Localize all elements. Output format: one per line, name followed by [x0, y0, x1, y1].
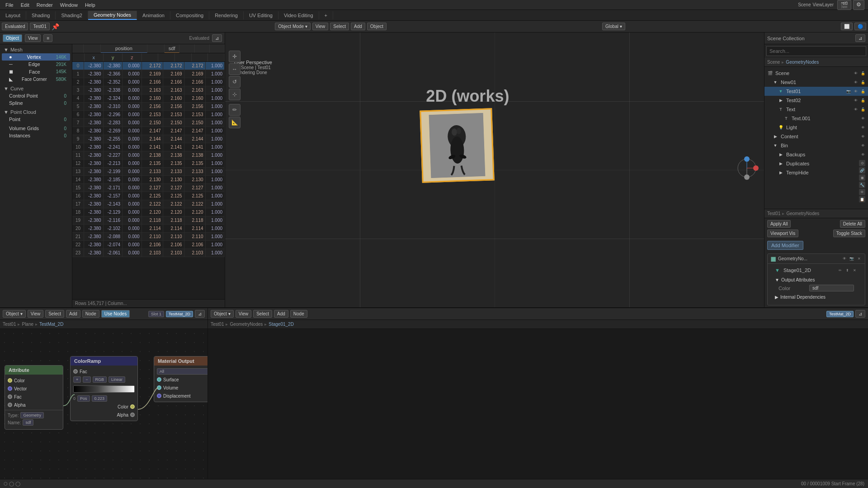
node-add-btn[interactable]: Add: [66, 310, 80, 318]
node-canvas-material[interactable]: Attribute Color Vector Fac: [0, 329, 208, 479]
tab-compositing[interactable]: Compositing: [170, 11, 209, 19]
tree-item-text[interactable]: T Text 👁 🔓: [764, 105, 868, 114]
sidebar-item-point[interactable]: Point 0: [2, 116, 70, 123]
table-row[interactable]: 4 -2.380 -2.324 0.000 2.160 2.160 2.160 …: [72, 94, 225, 103]
rn-select-btn[interactable]: Select: [253, 310, 272, 318]
tree-item-duplicates[interactable]: ▶ Duplicates 👁: [764, 159, 868, 168]
tree-item-test01[interactable]: ▼ Test01 📷 👁 🔓: [764, 87, 868, 96]
material-chip[interactable]: TestMat_2D: [166, 311, 193, 317]
tab-animation[interactable]: Animation: [137, 11, 170, 19]
rn-material-chip[interactable]: TestMat_2D: [826, 311, 854, 317]
toolbar-dropdown-mode[interactable]: Evaluated: [2, 23, 28, 30]
table-row[interactable]: 3 -2.380 -2.338 0.000 2.163 2.163 2.163 …: [72, 86, 225, 94]
scene-restrict-btn[interactable]: 🔓: [860, 70, 866, 76]
tree-item-bin[interactable]: ▼ Bin 👁: [764, 141, 868, 150]
tool-move[interactable]: ↔: [229, 63, 241, 75]
table-row[interactable]: 10 -2.380 -2.241 0.000 2.141 2.141 2.141…: [72, 143, 225, 151]
tab-uv-editing[interactable]: UV Editing: [244, 11, 278, 19]
table-row[interactable]: 13 -2.380 -2.199 0.000 2.133 2.133 2.133…: [72, 168, 225, 176]
modifier-visibility-btn[interactable]: 👁: [841, 256, 848, 262]
test01-cam-btn[interactable]: 📷: [845, 88, 852, 94]
table-row[interactable]: 21 -2.380 -2.088 0.000 2.110 2.110 2.110…: [72, 233, 225, 241]
node-attribute[interactable]: Attribute Color Vector Fac: [5, 365, 63, 430]
node-material-output[interactable]: Material Output All Surface Volume: [154, 356, 208, 402]
spreadsheet-body[interactable]: 0 -2.380 -2.380 0.000 2.172 2.172 2.172 …: [72, 62, 225, 299]
table-row[interactable]: 11 -2.380 -2.227 0.000 2.138 2.138 2.138…: [72, 151, 225, 160]
sidebar-item-instances[interactable]: Instances 0: [2, 132, 70, 139]
new01-visibility-btn[interactable]: 👁: [853, 79, 859, 85]
toolbar-viewport-shading[interactable]: ⬜: [841, 23, 853, 30]
tool-cursor[interactable]: ✛: [229, 51, 241, 62]
node-filter-btn[interactable]: ⊿: [195, 310, 205, 318]
icon-bar-btn-1[interactable]: ⚙: [859, 160, 865, 166]
table-row[interactable]: 17 -2.380 -2.143 0.000 2.122 2.122 2.122…: [72, 200, 225, 208]
tree-item-scene[interactable]: 🎬 Scene 👁 🔓: [764, 69, 868, 78]
color-ramp-gradient-bar[interactable]: [73, 385, 135, 393]
menu-render[interactable]: Render: [33, 1, 57, 9]
table-row[interactable]: 8 -2.380 -2.269 0.000 2.147 2.147 2.147 …: [72, 127, 225, 135]
test01-visibility-btn[interactable]: 👁: [853, 88, 859, 94]
internal-dependencies-header[interactable]: ▶ Internal Dependencies: [775, 293, 858, 301]
tool-annotate[interactable]: ✏: [229, 104, 241, 116]
sidebar-item-spline[interactable]: Spline 0: [2, 99, 70, 107]
spreadsheet-view-btn[interactable]: View: [25, 34, 41, 42]
sidebar-item-vertex[interactable]: ● Vertex 146K: [2, 53, 70, 61]
table-row[interactable]: 19 -2.380 -2.116 0.000 2.118 2.118 2.118…: [72, 216, 225, 225]
outliner-filter-btn[interactable]: ⊿: [855, 34, 865, 42]
table-row[interactable]: 5 -2.380 -2.310 0.000 2.156 2.156 2.156 …: [72, 103, 225, 111]
tree-item-temphide[interactable]: ▶ TempHide 👁: [764, 168, 868, 177]
bin-visibility-btn[interactable]: 👁: [860, 142, 866, 149]
tree-item-light[interactable]: 💡 Light 👁: [764, 123, 868, 132]
toolbar-rendered-shading[interactable]: 🔵: [854, 23, 866, 30]
sidebar-item-edge[interactable]: ─ Edge 291K: [2, 61, 70, 68]
slot-chip[interactable]: Slot 1: [148, 311, 164, 317]
pin-icon[interactable]: 📌: [52, 23, 59, 30]
test01-restrict-btn[interactable]: 🔓: [860, 88, 866, 94]
viewport-vis-btn[interactable]: Viewport Vis: [767, 230, 798, 237]
outliner-search-input[interactable]: [766, 46, 866, 56]
tab-add[interactable]: +: [319, 11, 333, 19]
icon-bar-btn-6[interactable]: 📋: [859, 196, 865, 202]
menu-edit[interactable]: Edit: [17, 1, 33, 9]
apply-all-btn[interactable]: Apply All: [767, 220, 791, 228]
table-row[interactable]: 6 -2.380 -2.296 0.000 2.153 2.153 2.153 …: [72, 111, 225, 119]
icon-bar-btn-3[interactable]: ◼: [859, 174, 865, 181]
toolbar-select[interactable]: Select: [330, 23, 349, 30]
tree-item-content[interactable]: ▶ Content 👁: [764, 132, 868, 141]
add-modifier-btn[interactable]: Add Modifier: [767, 241, 803, 250]
node-obj-btn[interactable]: Object ▾: [3, 310, 26, 318]
render-icon-btn[interactable]: 🎬: [837, 0, 851, 10]
node-select-btn[interactable]: Select: [45, 310, 64, 318]
menu-window[interactable]: Window: [57, 1, 81, 9]
ramp-add-btn[interactable]: +: [73, 376, 81, 383]
tool-scale[interactable]: ⊹: [229, 89, 241, 100]
table-row[interactable]: 0 -2.380 -2.380 0.000 2.172 2.172 2.172 …: [72, 62, 225, 70]
toolbar-add[interactable]: Add: [351, 23, 365, 30]
test02-visibility-btn[interactable]: 👁: [853, 97, 859, 103]
attr-name-value[interactable]: sdf: [23, 419, 33, 426]
node-node-btn[interactable]: Node: [82, 310, 99, 318]
rn-obj-btn[interactable]: Object ▾: [211, 310, 234, 318]
3d-viewport[interactable]: User Perspective (1) Scene | Test01 Rend…: [225, 33, 764, 307]
test02-restrict-btn[interactable]: 🔓: [860, 97, 866, 103]
backups-visibility-btn[interactable]: 👁: [860, 151, 866, 158]
stage-close-btn[interactable]: ✕: [851, 267, 858, 273]
sidebar-item-face[interactable]: ◼ Face 145K: [2, 68, 70, 75]
text001-visibility-btn[interactable]: 👁: [860, 115, 866, 122]
table-row[interactable]: 14 -2.380 -2.185 0.000 2.130 2.130 2.130…: [72, 176, 225, 184]
modifier-render-btn[interactable]: 📷: [849, 256, 855, 262]
ramp-remove-btn[interactable]: −: [83, 376, 90, 383]
tree-item-test02[interactable]: ▶ Test02 👁 🔓: [764, 96, 868, 105]
scene-visibility-btn[interactable]: 👁: [853, 70, 859, 76]
toolbar-object[interactable]: Object: [367, 23, 387, 30]
delete-all-btn[interactable]: Delete All: [840, 220, 865, 228]
spreadsheet-filter-icon[interactable]: ⊿: [212, 34, 222, 42]
menu-file[interactable]: File: [2, 1, 17, 9]
rn-add-btn[interactable]: Add: [274, 310, 288, 318]
icon-bar-btn-2[interactable]: 🔗: [859, 167, 865, 174]
table-row[interactable]: 20 -2.380 -2.102 0.000 2.114 2.114 2.114…: [72, 225, 225, 233]
stage-edit-btn[interactable]: ✏: [837, 267, 843, 273]
content-visibility-btn[interactable]: 👁: [860, 133, 866, 140]
spreadsheet-filter-btn[interactable]: ≡: [43, 34, 52, 42]
ramp-rgb-btn[interactable]: RGB: [93, 376, 107, 383]
